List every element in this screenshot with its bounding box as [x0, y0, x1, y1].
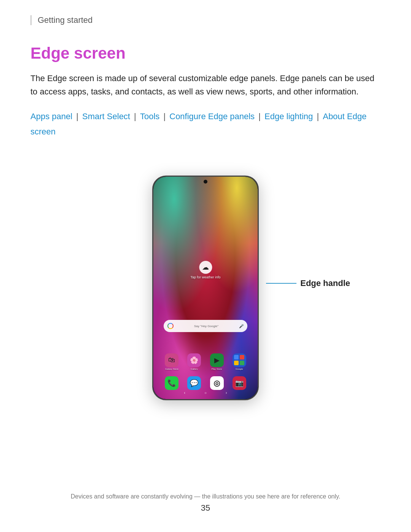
section-title: Edge screen — [30, 44, 381, 62]
app-icon-1: 🌸 — [187, 353, 201, 367]
weather-widget: ☁ Tap for weather info — [190, 261, 220, 279]
app-icon-wrap-0: 🛍 Galaxy Store — [162, 353, 182, 370]
edge-handle-callout: Edge handle — [266, 278, 350, 288]
dock-icon-2: ◎ — [210, 376, 224, 390]
links-line: Apps panel | Smart Select | Tools | Conf… — [30, 109, 381, 139]
camera-hole — [204, 180, 207, 184]
dock-icon-wrap-0: 📞 — [162, 376, 182, 390]
nav-back: ‹ — [182, 390, 187, 396]
dock-icon-wrap-2: ◎ — [207, 376, 227, 390]
mic-icon: 🎤 — [239, 323, 244, 329]
dock-icon-wrap-3: 📷 — [229, 376, 249, 390]
nav-recent: › — [224, 390, 229, 396]
dock-icon-1: 💬 — [187, 376, 201, 390]
separator-3: | — [163, 112, 168, 121]
phone-screen: ☁ Tap for weather info Say "Hey Google" … — [153, 177, 258, 399]
edge-handle-label: Edge handle — [296, 278, 350, 288]
separator-5: | — [317, 112, 321, 121]
separator-4: | — [258, 112, 263, 121]
app-label-3: Google — [236, 368, 243, 370]
phone-mockup: ☁ Tap for weather info Say "Hey Google" … — [152, 176, 259, 400]
page-number: 35 — [201, 503, 210, 513]
app-icon-wrap-3: Google — [229, 353, 249, 370]
link-apps-panel[interactable]: Apps panel — [30, 112, 72, 121]
phone-nav-bar: ‹ ○ › — [153, 389, 258, 397]
google-icon — [167, 323, 174, 329]
breadcrumb-label: Getting started — [38, 15, 92, 25]
link-smart-select[interactable]: Smart Select — [82, 112, 130, 121]
weather-icon: ☁ — [199, 261, 212, 274]
app-grid: 🛍 Galaxy Store 🌸 Gallery ▶ Play Store — [162, 353, 249, 370]
breadcrumb: Getting started — [30, 15, 381, 25]
footnote-area: Devices and software are constantly evol… — [0, 493, 411, 513]
section-body: The Edge screen is made up of several cu… — [30, 72, 381, 98]
dock-icon-3: 📷 — [233, 376, 246, 390]
callout-line — [266, 283, 296, 284]
link-edge-lighting[interactable]: Edge lighting — [264, 112, 313, 121]
link-configure-edge[interactable]: Configure Edge panels — [169, 112, 255, 121]
phone-dock: 📞 💬 ◎ 📷 — [162, 376, 249, 390]
app-icon-3 — [233, 353, 246, 367]
app-label-2: Play Store — [212, 368, 222, 370]
dock-icon-wrap-1: 💬 — [184, 376, 204, 390]
diagram-area: ☁ Tap for weather info Say "Hey Google" … — [30, 155, 381, 421]
app-label-0: Galaxy Store — [165, 368, 178, 370]
app-icon-0: 🛍 — [165, 353, 178, 367]
app-icon-wrap-2: ▶ Play Store — [207, 353, 227, 370]
footnote-text: Devices and software are constantly evol… — [71, 493, 341, 500]
link-tools[interactable]: Tools — [140, 112, 159, 121]
app-label-1: Gallery — [191, 368, 198, 370]
weather-text: Tap for weather info — [190, 275, 220, 279]
app-icon-2: ▶ — [210, 353, 224, 367]
search-bar: Say "Hey Google" 🎤 — [164, 320, 247, 332]
dock-icon-0: 📞 — [165, 376, 178, 390]
separator-2: | — [134, 112, 139, 121]
search-placeholder-text: Say "Hey Google" — [176, 324, 236, 328]
nav-home: ○ — [203, 390, 208, 396]
separator-1: | — [76, 112, 81, 121]
app-icon-wrap-1: 🌸 Gallery — [184, 353, 204, 370]
